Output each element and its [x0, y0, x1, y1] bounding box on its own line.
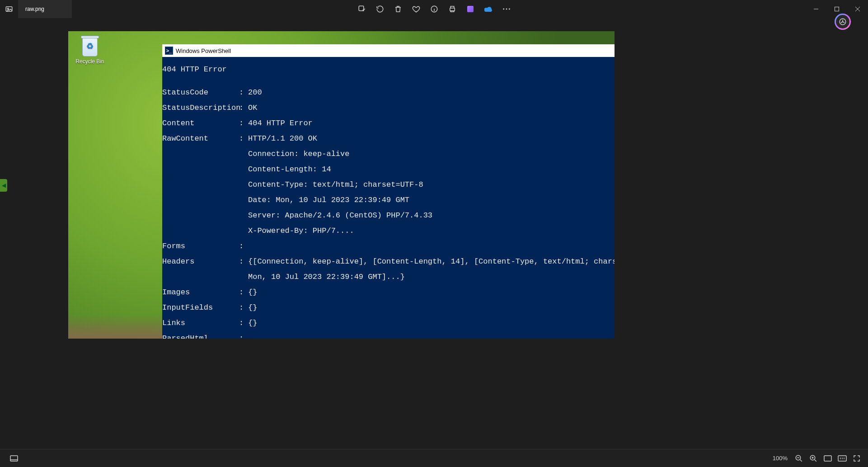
- ps-val: {}: [248, 319, 615, 327]
- ps-key: Content: [162, 119, 239, 127]
- zoom-level: 100%: [773, 455, 788, 462]
- svg-rect-4: [450, 8, 455, 11]
- favorite-icon[interactable]: [412, 5, 420, 13]
- file-tab[interactable]: raw.png: [18, 0, 72, 18]
- image-viewport: ♻ Recycle Bin >_ Windows PowerShell 404 …: [68, 31, 615, 339]
- more-icon[interactable]: [502, 5, 511, 13]
- app-icon[interactable]: [0, 0, 18, 18]
- actual-size-icon[interactable]: [836, 453, 848, 464]
- powershell-icon: >_: [165, 47, 173, 55]
- minimize-button[interactable]: [806, 0, 826, 18]
- clipchamp-icon[interactable]: [466, 5, 474, 13]
- filmstrip-toggle-icon[interactable]: [8, 453, 20, 464]
- ps-val: {}: [248, 288, 615, 296]
- powershell-title-text: Windows PowerShell: [176, 47, 231, 54]
- ps-key: Images: [162, 288, 239, 296]
- svg-point-6: [506, 9, 507, 10]
- status-bar: 100%: [0, 449, 868, 467]
- onedrive-icon[interactable]: [484, 5, 493, 13]
- ps-key: ParsedHtml: [162, 335, 239, 339]
- svg-rect-13: [824, 456, 831, 461]
- ps-val: Mon, 10 Jul 2023 22:39:49 GMT]...}: [248, 273, 615, 281]
- ps-val: 200: [248, 89, 615, 96]
- zoom-in-icon[interactable]: [807, 453, 819, 464]
- ps-key: Links: [162, 319, 239, 327]
- close-button[interactable]: [847, 0, 868, 18]
- svg-point-7: [508, 9, 510, 10]
- svg-rect-8: [835, 7, 839, 11]
- svg-rect-10: [10, 456, 18, 461]
- info-icon[interactable]: [430, 5, 438, 13]
- ps-val: X-Powered-By: PHP/7....: [248, 227, 615, 235]
- powershell-title-bar: >_ Windows PowerShell: [162, 44, 615, 57]
- filmstrip-expand-handle[interactable]: ◀: [0, 179, 7, 192]
- ps-val: OK: [248, 104, 615, 112]
- avatar-icon: [836, 15, 849, 28]
- ps-val: HTTP/1.1 200 OK: [248, 135, 615, 142]
- ps-val: Connection: keep-alive: [248, 150, 615, 158]
- ps-val: Date: Mon, 10 Jul 2023 22:39:49 GMT: [248, 196, 615, 204]
- ps-key: Headers: [162, 258, 239, 265]
- title-bar: raw.png: [0, 0, 868, 18]
- fullscreen-icon[interactable]: [851, 453, 863, 464]
- ps-key: RawContent: [162, 135, 239, 142]
- ps-key: StatusCode: [162, 89, 239, 96]
- rotate-icon[interactable]: [376, 5, 384, 13]
- fit-to-window-icon[interactable]: [822, 453, 834, 464]
- powershell-window: >_ Windows PowerShell 404 HTTP Error Sta…: [162, 44, 615, 339]
- zoom-out-icon[interactable]: [793, 453, 805, 464]
- delete-icon[interactable]: [394, 5, 402, 13]
- tab-title: raw.png: [25, 6, 44, 12]
- ps-val: 404 HTTP Error: [248, 119, 615, 127]
- ps-val: Server: Apache/2.4.6 (CentOS) PHP/7.4.33: [248, 212, 615, 219]
- ps-key: Forms: [162, 242, 239, 250]
- edit-image-icon[interactable]: [358, 5, 366, 13]
- recycle-bin-label: Recycle Bin: [72, 58, 108, 65]
- toolbar: [358, 0, 511, 18]
- ps-val: [248, 242, 615, 250]
- ps-val: {}: [248, 304, 615, 311]
- ps-val: Content-Length: 14: [248, 165, 615, 173]
- recycle-bin-desktop-icon: ♻ Recycle Bin: [72, 36, 108, 65]
- print-icon[interactable]: [448, 5, 456, 13]
- ps-line: 404 HTTP Error: [162, 65, 227, 74]
- recycle-bin-icon: ♻: [80, 36, 100, 57]
- ps-val: [248, 335, 615, 339]
- powershell-output: 404 HTTP Error StatusCode: 200 StatusDes…: [162, 57, 615, 339]
- ps-val: {[Connection, keep-alive], [Content-Leng…: [248, 258, 615, 265]
- ps-key: InputFields: [162, 304, 239, 311]
- ps-key: StatusDescription: [162, 104, 239, 112]
- svg-point-1: [7, 8, 9, 9]
- ps-val: Content-Type: text/html; charset=UTF-8: [248, 181, 615, 189]
- account-avatar[interactable]: [835, 14, 851, 30]
- svg-point-5: [503, 9, 504, 10]
